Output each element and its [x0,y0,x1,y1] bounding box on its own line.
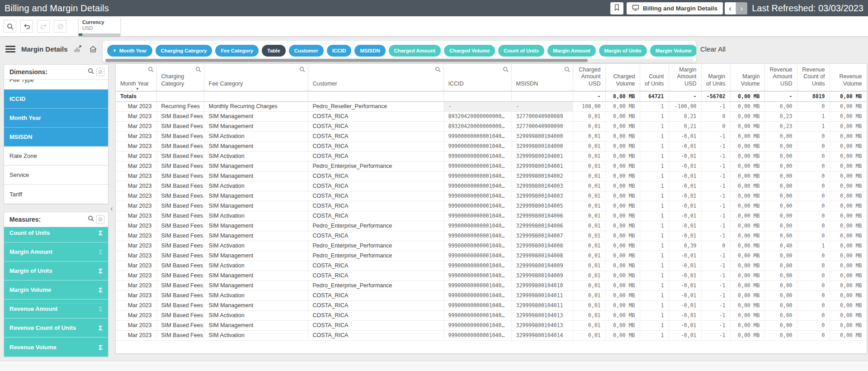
column-header-revenue-count-of-units[interactable]: Revenue Count of Units [797,64,830,91]
cell-revenue-count-of-units[interactable]: 0 [797,320,830,330]
cell-charged-amount-usd[interactable]: 0,01 [573,141,605,151]
cell-month-year[interactable]: Mar 2023 [116,310,156,320]
cell-margin-of-units[interactable]: -1 [701,300,730,310]
cell-revenue-amount-usd[interactable]: 0,00 [764,221,797,231]
cell-charged-volume[interactable]: 0,00 MB [605,310,640,320]
cell-margin-volume[interactable]: 0,00 MB [730,271,764,281]
cell-charged-amount-usd[interactable]: 0,01 [573,241,605,251]
cell-fee-category[interactable]: SIM Activation [204,310,308,320]
cell-month-year[interactable]: Mar 2023 [116,101,156,111]
cell-fee-category[interactable]: SIM Management [204,201,308,211]
cell-msisdn[interactable]: 329999800104007 [511,231,573,241]
cell-fee-category[interactable]: SIM Management [204,320,308,330]
dimension-item-month-year[interactable]: Month Year [4,109,108,128]
cell-revenue-count-of-units[interactable]: 0 [797,310,830,320]
cell-charging-category[interactable]: SIM Based Fees [156,111,204,121]
cell-margin-amount-usd[interactable]: -0,01 [669,290,701,300]
filter-pill-iccid[interactable]: ICCID [327,45,352,57]
cell-margin-volume[interactable]: 0,00 MB [730,320,764,330]
cell-revenue-amount-usd[interactable]: 0,00 [764,191,797,201]
cell-iccid[interactable]: 99900000000001040… [443,290,511,300]
cell-margin-volume[interactable]: 0,00 MB [730,221,764,231]
cell-revenue-amount-usd[interactable]: 0,00 [764,181,797,191]
cell-charging-category[interactable]: SIM Based Fees [156,171,204,181]
cell-charged-amount-usd[interactable]: 0,01 [573,231,605,241]
dimension-item-tariff[interactable]: Tariff [4,185,108,204]
cell-msisdn[interactable]: 329999800104006 [511,211,573,221]
cell-count-of-units[interactable]: 1 [640,111,669,121]
cell-count-of-units[interactable]: 1 [640,271,669,281]
cell-margin-volume[interactable]: 0,00 MB [730,141,764,151]
cell-margin-amount-usd[interactable]: -0,01 [669,251,701,261]
cell-revenue-count-of-units[interactable]: 0 [797,171,830,181]
cell-revenue-count-of-units[interactable]: 0 [797,261,830,271]
cell-count-of-units[interactable]: 1 [640,151,669,161]
cell-revenue-volume[interactable]: 0,00 MB [830,101,867,111]
cell-margin-amount-usd[interactable]: -0,01 [669,320,701,330]
filter-pill-charging-category[interactable]: Charging Category [156,45,212,57]
cell-margin-amount-usd[interactable]: 0,21 [669,121,701,131]
cell-revenue-amount-usd[interactable]: 0,00 [764,211,797,221]
cell-msisdn[interactable]: 327700040900090 [511,121,573,131]
measure-item-revenue-count-of-units[interactable]: Revenue Count of UnitsΣ [4,319,108,338]
cell-customer[interactable]: COSTA_RICA [308,201,443,211]
cell-margin-amount-usd[interactable]: -0,01 [669,300,701,310]
cell-revenue-amount-usd[interactable]: 0,00 [764,141,797,151]
column-header-count-of-units[interactable]: Count of Units [640,64,669,91]
cell-customer[interactable]: Pedro_Enterprise_Performance [308,281,443,290]
cell-margin-volume[interactable]: 0,00 MB [730,241,764,251]
cell-revenue-amount-usd[interactable]: 0,00 [764,101,797,111]
cell-revenue-count-of-units[interactable]: 0 [797,141,830,151]
cell-margin-of-units[interactable]: -1 [701,330,730,340]
cell-msisdn[interactable]: 329999800104002 [511,171,573,181]
cell-month-year[interactable]: Mar 2023 [116,111,156,121]
cell-msisdn[interactable]: 329999800104011 [511,300,573,310]
cell-revenue-count-of-units[interactable]: 1 [797,241,830,251]
cell-revenue-count-of-units[interactable]: 0 [797,161,830,171]
cell-fee-category[interactable]: SIM Activation [204,241,308,251]
cell-charged-amount-usd[interactable]: 0,01 [573,281,605,290]
cell-charging-category[interactable]: SIM Based Fees [156,221,204,231]
cell-customer[interactable]: COSTA_RICA [308,271,443,281]
column-search-icon[interactable] [564,67,570,74]
home-chart-icon[interactable] [89,45,98,54]
cell-fee-category[interactable]: SIM Management [204,111,308,121]
cell-month-year[interactable]: Mar 2023 [116,151,156,161]
cell-month-year[interactable]: Mar 2023 [116,121,156,131]
cell-revenue-count-of-units[interactable]: 0 [797,181,830,191]
cell-margin-amount-usd[interactable]: 0,21 [669,111,701,121]
cell-revenue-count-of-units[interactable]: 0 [797,300,830,310]
cell-iccid[interactable]: 99900000000001040… [443,211,511,221]
cell-margin-volume[interactable]: 0,00 MB [730,281,764,290]
dimension-item-fee-type[interactable]: Fee Type [4,79,108,90]
cell-iccid[interactable]: 99900000000001040… [443,181,511,191]
cell-margin-volume[interactable]: 0,00 MB [730,191,764,201]
filter-pill-margin-amount[interactable]: Margin Amount [547,45,596,57]
cell-margin-amount-usd[interactable]: -0,01 [669,231,701,241]
cell-revenue-volume[interactable]: 0,00 MB [830,161,867,171]
cell-margin-volume[interactable]: 0,00 MB [730,181,764,191]
cell-revenue-count-of-units[interactable]: 0 [797,221,830,231]
dimension-item-rate-zone[interactable]: Rate Zone [4,147,108,166]
cell-month-year[interactable]: Mar 2023 [116,221,156,231]
cell-customer[interactable]: COSTA_RICA [308,151,443,161]
column-header-fee-category[interactable]: Fee Category [204,64,308,91]
cell-revenue-count-of-units[interactable]: 0 [797,231,830,241]
cell-charging-category[interactable]: SIM Based Fees [156,310,204,320]
cell-msisdn[interactable]: 329999800104000 [511,141,573,151]
cell-msisdn[interactable]: 329999800104001 [511,161,573,171]
cell-charged-amount-usd[interactable]: 0,01 [573,310,605,320]
cell-count-of-units[interactable]: 1 [640,211,669,221]
cell-charged-amount-usd[interactable]: 0,01 [573,211,605,221]
cell-iccid[interactable]: 99900000000001040… [443,221,511,231]
cell-charging-category[interactable]: SIM Based Fees [156,290,204,300]
cell-month-year[interactable]: Mar 2023 [116,131,156,141]
cell-revenue-volume[interactable]: 0,00 MB [830,221,867,231]
cell-fee-category[interactable]: SIM Activation [204,151,308,161]
column-search-icon[interactable] [299,67,305,74]
column-header-msisdn[interactable]: MSISDN [511,64,573,91]
cell-revenue-count-of-units[interactable]: 0 [797,211,830,221]
cell-fee-category[interactable]: SIM Activation [204,131,308,141]
cell-charging-category[interactable]: SIM Based Fees [156,121,204,131]
cell-revenue-amount-usd[interactable]: 0,00 [764,281,797,290]
